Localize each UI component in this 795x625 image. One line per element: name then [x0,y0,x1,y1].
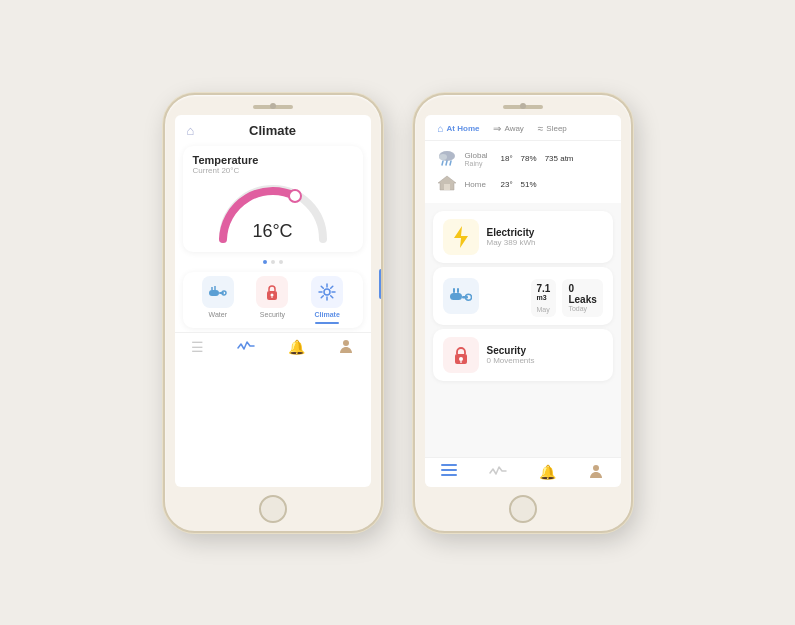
sleep-tab[interactable]: ≈ Sleep [533,121,572,136]
right-camera [520,103,526,109]
home-nav-icon[interactable]: ⌂ [187,123,195,138]
svg-line-22 [446,161,447,165]
away-icon: ⇒ [493,123,501,134]
at-home-tab[interactable]: ⌂ At Home [433,121,485,136]
svg-rect-37 [441,474,457,476]
temperature-card: Temperature Current 20°C 16°C [183,146,363,252]
svg-line-23 [450,161,451,165]
water-card-row: 7.1 m3 May 0 Leaks Today [443,275,603,317]
temp-label: Temperature [193,154,353,166]
svg-line-21 [442,161,443,165]
home-weather-icon [435,174,459,196]
svg-point-0 [289,190,301,202]
security-label: Security [260,311,285,318]
away-label: Away [504,124,523,133]
dot-1[interactable] [263,260,267,264]
right-footer-user[interactable] [588,463,604,482]
climate-nav-item[interactable]: Climate [311,276,343,324]
water-sub-cards: 7.1 m3 May 0 Leaks Today [531,279,603,317]
svg-point-33 [459,357,463,361]
security-card-row: Security 0 Movements [443,337,603,373]
home-weather-stats: 23° 51% [501,180,537,189]
svg-rect-1 [209,290,219,296]
water-leaks-val: 0 Leaks [568,283,596,305]
activity-wave-icon [489,465,507,477]
electricity-card-row: Electricity May 389 kWh [443,219,603,255]
away-tab[interactable]: ⇒ Away [488,121,528,136]
temperature-gauge: 16°C [213,179,333,244]
at-home-label: At Home [447,124,480,133]
svg-rect-27 [450,293,462,300]
climate-icon-box [311,276,343,308]
svg-line-15 [331,295,333,297]
climate-label: Climate [314,311,339,318]
svg-line-17 [321,295,323,297]
left-screen-title: Climate [249,123,296,138]
water-volume-label: May [537,306,551,313]
water-icon [209,285,227,299]
svg-rect-31 [457,288,459,293]
house-icon [437,174,457,192]
electricity-title: Electricity [487,227,603,238]
water-nav-item[interactable]: Water [202,276,234,324]
right-footer-alert[interactable]: 🔔 [539,464,556,480]
water-volume-card: 7.1 m3 May [531,279,557,317]
left-footer-activity[interactable] [237,339,255,355]
dot-2[interactable] [271,260,275,264]
phones-container: ⌂ Climate Temperature Current 20°C [163,93,633,533]
left-footer-alert[interactable]: 🔔 [288,339,305,355]
svg-rect-35 [441,464,457,466]
right-footer-menu[interactable] [441,464,457,481]
faucet-icon [450,288,472,304]
home-weather-row: Home 23° 51% [435,172,611,198]
left-footer-user[interactable] [338,338,354,357]
right-footer-tabs: 🔔 [425,457,621,487]
svg-line-16 [331,286,333,288]
water-leaks-card: 0 Leaks Today [562,279,602,317]
svg-point-9 [324,289,330,295]
left-footer-tabs: ☰ 🔔 [175,332,371,362]
electricity-icon-box [443,219,479,255]
mode-tabs: ⌂ At Home ⇒ Away ≈ Sleep [425,115,621,141]
dot-3[interactable] [279,260,283,264]
security-nav-item[interactable]: Security [256,276,288,324]
at-home-icon: ⌂ [438,123,444,134]
right-user-avatar-icon [588,463,604,479]
security-card[interactable]: Security 0 Movements [433,329,613,381]
lightning-icon [452,225,470,249]
water-card-info: 7.1 m3 May 0 Leaks Today [487,275,603,317]
temp-sublabel: Current 20°C [193,166,353,175]
right-screen: ⌂ At Home ⇒ Away ≈ Sleep [425,115,621,487]
left-phone: ⌂ Climate Temperature Current 20°C [163,93,383,533]
weather-section: Global Rainy 18° 78% 735 atm [425,141,621,203]
water-icon-box [202,276,234,308]
electricity-card[interactable]: Electricity May 389 kWh [433,211,613,263]
water-icon-box-card [443,278,479,314]
right-home-button[interactable] [509,495,537,523]
water-volume-val: 7.1 m3 [537,283,551,306]
svg-point-18 [343,340,349,346]
left-footer-menu[interactable]: ☰ [191,339,204,355]
cards-section: Electricity May 389 kWh [425,207,621,385]
electricity-sub: May 389 kWh [487,238,603,247]
water-leaks-label: Today [568,305,596,312]
home-weather-label: Home [465,180,495,189]
svg-point-20 [439,154,447,160]
security-card-title: Security [487,345,603,356]
user-avatar-icon [338,338,354,354]
svg-rect-30 [453,288,455,293]
gauge-value: 16°C [252,221,292,242]
right-footer-activity[interactable] [489,464,507,480]
svg-marker-26 [454,226,468,248]
carousel-dots [175,260,371,264]
climate-icon [318,283,336,301]
security-icon [264,283,280,301]
left-home-button[interactable] [259,495,287,523]
svg-point-7 [271,293,274,296]
left-header: ⌂ Climate [175,115,371,142]
global-weather-stats: 18° 78% 735 atm [501,154,574,163]
security-card-info: Security 0 Movements [487,345,603,365]
category-nav: Water Security [183,272,363,328]
security-card-sub: 0 Movements [487,356,603,365]
water-card[interactable]: 7.1 m3 May 0 Leaks Today [433,267,613,325]
